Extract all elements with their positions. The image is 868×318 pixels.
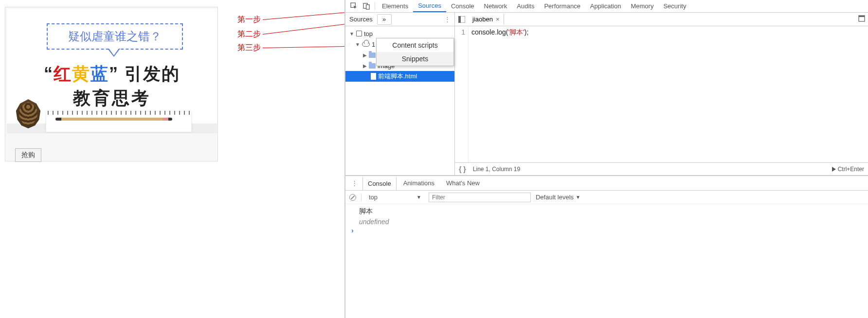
step-1-label: 第一步 (237, 15, 261, 25)
dropdown-item-content-scripts[interactable]: Content scripts (377, 38, 453, 52)
pencil-decor (55, 118, 172, 121)
folder-icon (369, 63, 376, 69)
page-frame-icon (356, 31, 362, 36)
sources-subtab-dropdown: Content scripts Snippets (376, 38, 454, 66)
sources-sidebar: Sources » ⋮ ▼ top ▼ 1 ▶ vue (345, 13, 455, 175)
context-selector[interactable]: top ▼ (366, 193, 424, 202)
console-prompt[interactable]: › (350, 227, 863, 234)
editor-status-bar: { } Line 1, Column 19 Ctrl+Enter (455, 162, 868, 175)
tab-sources[interactable]: Sources (413, 0, 446, 12)
maximize-icon[interactable] (858, 15, 865, 23)
chevron-down-icon: ▼ (416, 194, 421, 200)
tab-memory[interactable]: Memory (626, 0, 658, 12)
line-gutter: 1 (455, 26, 469, 162)
play-icon (832, 167, 836, 172)
tab-elements[interactable]: Elements (377, 0, 413, 12)
svg-rect-6 (859, 16, 865, 17)
tab-console[interactable]: Console (446, 0, 479, 12)
bubble-text: 疑似虐童谁之错？ (68, 29, 162, 44)
devtools-panel: Elements Sources Console Network Audits … (344, 0, 868, 318)
cloud-icon (362, 42, 370, 47)
console-log-line: 脚本 (350, 206, 863, 217)
step-3-label: 第三步 (237, 43, 261, 53)
article-image: 疑似虐童谁之错？ “红黄蓝” 引发的 教育思考 (7, 9, 217, 133)
code-content[interactable]: console.log('脚本'); (469, 26, 868, 162)
tab-application[interactable]: Application (585, 0, 626, 12)
log-levels-selector[interactable]: Default levels ▼ (536, 194, 580, 201)
sidebar-tab-sources[interactable]: Sources (345, 14, 377, 25)
editor-tabbar: jiaoben × (455, 13, 868, 26)
filter-input[interactable] (429, 193, 531, 202)
editor-tab-jiaoben[interactable]: jiaoben × (469, 14, 504, 25)
devtools-tabbar: Elements Sources Console Network Audits … (345, 0, 868, 13)
drawer: ⋮ Console Animations What's New top ▼ De… (345, 175, 868, 318)
dropdown-item-snippets[interactable]: Snippets (377, 52, 453, 66)
editor-pane: jiaoben × 1 console.log('脚本'); { } Line … (455, 13, 868, 175)
chevron-down-icon: ▼ (349, 31, 354, 36)
svg-rect-2 (366, 5, 369, 9)
tree-item-file-selected[interactable]: 前端脚本.html (345, 71, 454, 82)
cursor-position: Line 1, Column 19 (473, 166, 520, 173)
svg-rect-4 (458, 16, 461, 23)
clear-console-icon[interactable] (349, 194, 356, 201)
buy-button[interactable]: 抢购 (15, 148, 41, 162)
chevron-down-icon: ▼ (355, 42, 360, 47)
console-toolbar: top ▼ Default levels ▼ (345, 191, 868, 204)
sidebar-expand-button[interactable]: » (377, 14, 392, 25)
tab-security[interactable]: Security (658, 0, 691, 12)
drawer-tab-whatsnew[interactable]: What's New (441, 177, 485, 189)
devtools-body: Sources » ⋮ ▼ top ▼ 1 ▶ vue (345, 13, 868, 175)
tree-item-top[interactable]: ▼ top (345, 28, 454, 39)
chevron-down-icon: ▼ (576, 194, 580, 200)
speech-bubble: 疑似虐童谁之错？ (47, 23, 183, 50)
toggle-navigator-icon[interactable] (455, 16, 469, 23)
file-icon (371, 73, 376, 80)
drawer-tab-animations[interactable]: Animations (398, 177, 439, 189)
console-output[interactable]: 脚本 undefined › (345, 204, 868, 318)
webpage-preview: 疑似虐童谁之错？ “红黄蓝” 引发的 教育思考 抢购 (5, 7, 218, 161)
tab-performance[interactable]: Performance (539, 0, 585, 12)
bubble-tail (109, 49, 119, 55)
headline-line2: 教育思考 (7, 87, 217, 110)
drawer-more-icon[interactable]: ⋮ (348, 179, 361, 187)
device-toggle-icon[interactable] (360, 0, 373, 12)
drawer-tabbar: ⋮ Console Animations What's New (345, 176, 868, 191)
pretty-print-icon[interactable]: { } (459, 165, 466, 173)
console-undefined-line: undefined (350, 217, 863, 227)
folder-icon (369, 53, 376, 58)
tab-audits[interactable]: Audits (512, 0, 539, 12)
chevron-right-icon: ▶ (363, 63, 367, 69)
sidebar-more-icon[interactable]: ⋮ (444, 16, 451, 23)
tab-network[interactable]: Network (479, 0, 512, 12)
step-2-label: 第二步 (237, 29, 261, 39)
sidebar-tabbar: Sources » ⋮ (345, 13, 454, 26)
inspect-element-icon[interactable] (347, 0, 360, 12)
run-snippet-button[interactable]: Ctrl+Enter (832, 166, 864, 173)
headline-line1: “红黄蓝” 引发的 (7, 62, 217, 86)
close-icon[interactable]: × (496, 16, 500, 23)
code-editor[interactable]: 1 console.log('脚本'); (455, 26, 868, 162)
chevron-right-icon: ▶ (363, 53, 367, 58)
drawer-tab-console[interactable]: Console (362, 177, 397, 190)
